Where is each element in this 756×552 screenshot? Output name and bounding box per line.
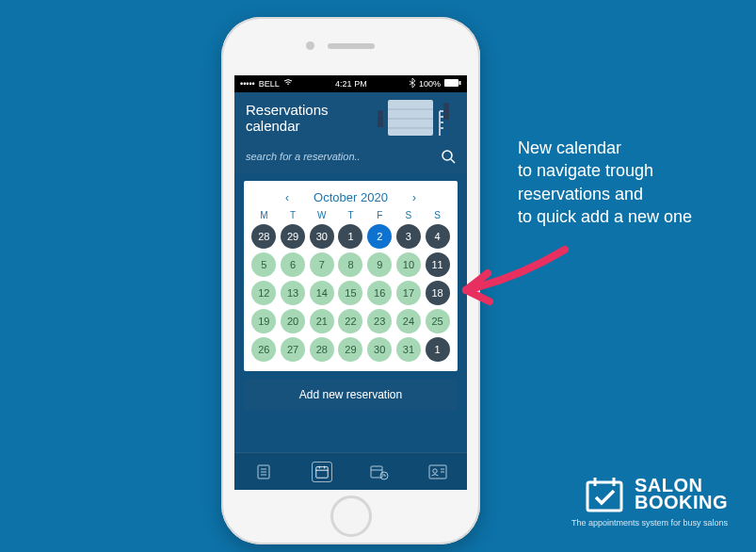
dow-label: W bbox=[309, 210, 334, 220]
svg-point-24 bbox=[433, 468, 437, 472]
wifi-icon bbox=[283, 79, 293, 89]
calendar-day[interactable]: 1 bbox=[338, 224, 362, 249]
home-button[interactable] bbox=[330, 495, 372, 537]
svg-rect-27 bbox=[587, 482, 621, 511]
svg-rect-7 bbox=[378, 116, 383, 127]
dow-label: T bbox=[338, 210, 363, 220]
calendar-day[interactable]: 10 bbox=[396, 252, 421, 277]
calendar-day[interactable]: 26 bbox=[251, 337, 276, 362]
calendar-day[interactable]: 9 bbox=[367, 252, 392, 277]
calendar-day[interactable]: 13 bbox=[281, 281, 305, 305]
calendar-day[interactable]: 27 bbox=[281, 337, 305, 362]
calendar-day[interactable]: 15 bbox=[338, 281, 362, 305]
tab-list-icon[interactable] bbox=[253, 462, 274, 482]
header-illustration bbox=[360, 94, 463, 141]
calendar-day[interactable]: 30 bbox=[310, 224, 334, 249]
calendar-day[interactable]: 28 bbox=[310, 337, 334, 362]
add-reservation-button[interactable]: Add new reservation bbox=[244, 379, 458, 411]
search-input[interactable] bbox=[246, 151, 433, 162]
dow-label: S bbox=[425, 210, 450, 220]
dow-label: S bbox=[396, 210, 422, 220]
svg-rect-9 bbox=[443, 108, 449, 120]
tab-contacts-icon[interactable] bbox=[427, 462, 448, 482]
calendar-nav: ‹ October 2020 › bbox=[251, 188, 450, 210]
calendar-day[interactable]: 16 bbox=[367, 281, 392, 305]
svg-point-10 bbox=[442, 151, 452, 160]
tab-calendar-icon[interactable] bbox=[312, 462, 332, 482]
brand-tagline: The appointments system for busy salons bbox=[571, 518, 728, 528]
calendar-week-row: 2829301234 bbox=[251, 224, 450, 249]
calendar-day[interactable]: 29 bbox=[281, 224, 305, 249]
calendar-day[interactable]: 31 bbox=[396, 337, 421, 362]
calendar-card: ‹ October 2020 › MTWTFSS 282930123456789… bbox=[244, 181, 458, 371]
brand-name: SALON BOOKING bbox=[635, 477, 728, 511]
calendar-day[interactable]: 6 bbox=[281, 252, 305, 277]
calendar-week-row: 2627282930311 bbox=[251, 337, 450, 362]
calendar-day[interactable]: 25 bbox=[426, 309, 450, 333]
calendar-day[interactable]: 29 bbox=[338, 337, 362, 362]
next-month-button[interactable]: › bbox=[412, 191, 416, 204]
battery-label: 100% bbox=[419, 79, 441, 89]
carrier-label: BELL bbox=[259, 79, 280, 89]
clock-label: 4:21 PM bbox=[335, 79, 367, 89]
brand-block: SALON BOOKING bbox=[584, 473, 728, 514]
calendar-week-row: 12131415161718 bbox=[251, 281, 450, 305]
calendar-day[interactable]: 8 bbox=[338, 252, 362, 277]
app-screen: ••••• BELL 4:21 PM 100% Reservations bbox=[234, 75, 467, 490]
calendar-day[interactable]: 7 bbox=[310, 252, 334, 277]
svg-rect-16 bbox=[315, 466, 327, 478]
calendar-day[interactable]: 24 bbox=[396, 309, 421, 333]
svg-point-8 bbox=[443, 103, 449, 108]
tab-schedule-icon[interactable] bbox=[369, 462, 390, 482]
calendar-day[interactable]: 19 bbox=[251, 309, 276, 333]
calendar-day[interactable]: 23 bbox=[367, 309, 392, 333]
calendar-day[interactable]: 4 bbox=[426, 224, 450, 249]
phone-camera bbox=[306, 41, 314, 50]
svg-line-11 bbox=[451, 159, 455, 163]
calendar-day[interactable]: 12 bbox=[251, 281, 276, 305]
phone-frame: ••••• BELL 4:21 PM 100% Reservations bbox=[221, 17, 480, 544]
dow-label: M bbox=[251, 210, 277, 220]
title-line-2: calendar bbox=[246, 118, 300, 134]
calendar-day[interactable]: 22 bbox=[338, 309, 362, 333]
bottom-tab-bar bbox=[234, 452, 467, 490]
calendar-day[interactable]: 30 bbox=[367, 337, 392, 362]
calendar-day[interactable]: 2 bbox=[367, 224, 392, 249]
battery-icon bbox=[444, 79, 461, 89]
month-label: October 2020 bbox=[314, 190, 388, 204]
calendar-day[interactable]: 1 bbox=[426, 337, 450, 362]
calendar-day[interactable]: 3 bbox=[396, 224, 421, 249]
annotation-line-3: reservations and bbox=[518, 185, 643, 203]
calendar-day[interactable]: 20 bbox=[281, 309, 305, 333]
calendar-day[interactable]: 14 bbox=[310, 281, 334, 305]
annotation-line-1: New calendar bbox=[518, 138, 621, 157]
day-of-week-header: MTWTFSS bbox=[251, 210, 450, 220]
search-icon[interactable] bbox=[441, 149, 456, 164]
status-bar: ••••• BELL 4:21 PM 100% bbox=[234, 75, 467, 92]
calendar-week-row: 567891011 bbox=[251, 252, 450, 277]
svg-rect-0 bbox=[444, 79, 458, 87]
brand-word-2: BOOKING bbox=[635, 494, 728, 511]
brand-logo-icon bbox=[584, 473, 625, 514]
signal-dots-icon: ••••• bbox=[240, 79, 255, 89]
annotation-text: New calendar to navigate trough reservat… bbox=[518, 137, 753, 228]
annotation-line-4: to quick add a new one bbox=[518, 207, 692, 226]
dow-label: F bbox=[367, 210, 393, 220]
dow-label: T bbox=[281, 210, 306, 220]
calendar-day[interactable]: 28 bbox=[251, 224, 276, 249]
svg-rect-1 bbox=[458, 81, 460, 85]
annotation-line-2: to navigate trough bbox=[518, 161, 653, 180]
calendar-day[interactable]: 18 bbox=[426, 281, 450, 305]
prev-month-button[interactable]: ‹ bbox=[285, 191, 289, 204]
app-header: Reservations calendar bbox=[234, 92, 467, 143]
svg-rect-2 bbox=[388, 100, 433, 136]
calendar-week-row: 19202122232425 bbox=[251, 309, 450, 333]
bluetooth-icon bbox=[410, 78, 415, 89]
phone-speaker bbox=[328, 43, 375, 49]
title-line-1: Reservations bbox=[246, 102, 329, 118]
calendar-day[interactable]: 17 bbox=[396, 281, 421, 305]
calendar-day[interactable]: 5 bbox=[251, 252, 276, 277]
search-row bbox=[234, 143, 467, 173]
calendar-day[interactable]: 21 bbox=[310, 309, 334, 333]
calendar-day[interactable]: 11 bbox=[426, 252, 450, 277]
